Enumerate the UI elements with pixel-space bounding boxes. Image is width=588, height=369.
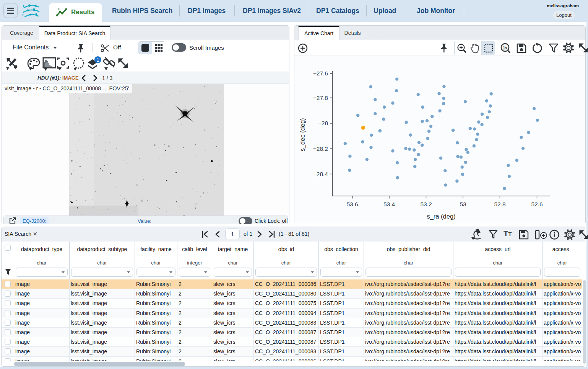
svg-text:−28.4: −28.4 — [313, 171, 328, 177]
svg-text:−27.6: −27.6 — [313, 70, 328, 77]
svg-text:s_ra (deg): s_ra (deg) — [427, 213, 455, 220]
svg-text:−28.2: −28.2 — [313, 145, 328, 152]
svg-text:s_dec (deg): s_dec (deg) — [299, 118, 306, 151]
svg-text:52.6: 52.6 — [531, 201, 543, 207]
svg-text:53: 53 — [460, 201, 466, 207]
svg-text:1x: 1x — [503, 46, 508, 50]
svg-text:53.2: 53.2 — [420, 201, 432, 207]
svg-text:1: 1 — [96, 57, 99, 63]
svg-text:−27.8: −27.8 — [313, 95, 328, 101]
svg-text:−28: −28 — [318, 120, 328, 126]
svg-text:53.4: 53.4 — [383, 201, 395, 207]
svg-text:52.8: 52.8 — [494, 201, 505, 207]
svg-text:53.6: 53.6 — [346, 201, 358, 207]
